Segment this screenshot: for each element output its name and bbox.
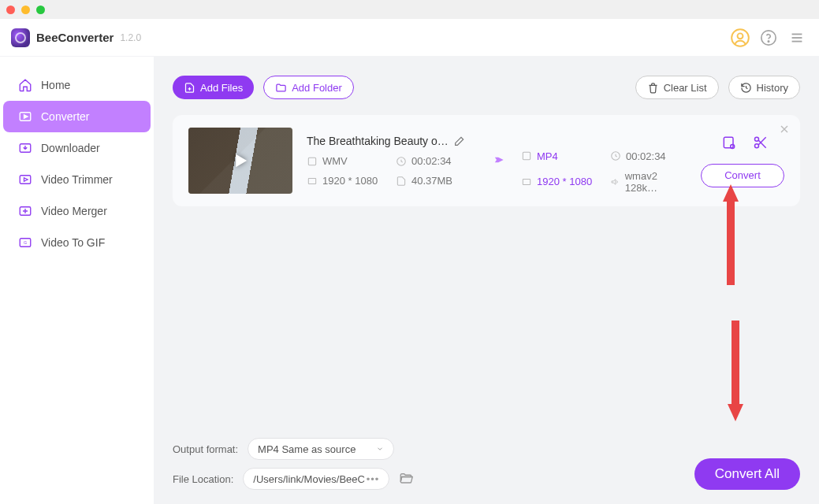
traffic-light-max[interactable] [36, 6, 45, 14]
convert-button[interactable]: Convert [701, 164, 784, 187]
svg-rect-19 [523, 152, 530, 159]
svg-rect-16 [308, 158, 315, 165]
user-icon[interactable] [729, 27, 751, 49]
clear-list-button[interactable]: Clear List [635, 76, 719, 99]
edit-title-icon[interactable] [453, 135, 466, 147]
file-location-field[interactable]: /Users/link/Movies/BeeC ••• [243, 468, 389, 490]
close-card-icon[interactable] [778, 123, 791, 138]
app-header: BeeConverter 1.2.0 [0, 19, 819, 57]
sidebar-item-home[interactable]: Home [3, 69, 151, 101]
file-location-label: File Location: [173, 473, 233, 485]
svg-marker-8 [24, 115, 28, 119]
home-icon [17, 77, 33, 93]
more-icon[interactable]: ••• [367, 473, 380, 485]
src-format: WMV [307, 155, 383, 167]
add-folder-button[interactable]: Add Folder [263, 76, 354, 99]
add-files-button[interactable]: Add Files [173, 76, 254, 99]
sidebar-label: Home [41, 79, 70, 91]
history-label: History [757, 82, 788, 94]
clear-list-label: Clear List [664, 82, 707, 94]
video-thumbnail[interactable] [188, 128, 292, 194]
traffic-light-min[interactable] [21, 6, 30, 14]
output-format-dropdown[interactable]: MP4 Same as source [248, 438, 394, 460]
dest-info: MP4 00:02:34 1920 * 1080 wmav2 128k… [521, 128, 687, 194]
dst-resolution[interactable]: 1920 * 1080 [521, 170, 597, 194]
convert-all-button[interactable]: Convert All [694, 458, 800, 490]
sidebar-label: Video Merger [41, 205, 107, 217]
arrow-icon [486, 150, 507, 172]
output-format-label: Output format: [173, 443, 238, 455]
source-info: The Breathtaking Beauty of N… WMV 00:02:… [307, 135, 472, 187]
svg-point-1 [738, 33, 743, 39]
sidebar-item-converter[interactable]: Converter [3, 101, 151, 132]
sidebar: Home Converter Downloader Video Trimmer … [0, 57, 154, 504]
app-version: 1.2.0 [120, 32, 141, 43]
merger-icon [17, 203, 33, 219]
sidebar-item-merger[interactable]: Video Merger [3, 195, 151, 227]
dst-audio: wmav2 128k… [610, 170, 687, 194]
gif-icon: G [17, 235, 33, 250]
toolbar: Add Files Add Folder Clear List History [173, 76, 800, 99]
annotation-arrow-up [721, 183, 740, 285]
trimmer-icon [17, 172, 33, 187]
scissors-icon[interactable] [753, 135, 769, 153]
sidebar-label: Video To GIF [41, 236, 105, 249]
open-folder-icon[interactable] [399, 471, 413, 487]
src-duration: 00:02:34 [396, 155, 472, 167]
sidebar-item-downloader[interactable]: Downloader [3, 132, 151, 164]
add-files-label: Add Files [200, 82, 243, 94]
traffic-light-close[interactable] [6, 6, 15, 14]
annotation-arrow-down [726, 321, 745, 423]
sidebar-label: Converter [41, 110, 89, 123]
file-card: The Breathtaking Beauty of N… WMV 00:02:… [173, 115, 800, 206]
svg-text:G: G [24, 240, 27, 245]
svg-marker-11 [24, 178, 28, 182]
svg-point-3 [768, 40, 769, 41]
downloader-icon [17, 140, 33, 156]
dst-format[interactable]: MP4 [521, 150, 597, 162]
file-title: The Breathtaking Beauty of N… [307, 135, 449, 147]
svg-rect-18 [308, 178, 315, 183]
svg-point-0 [732, 29, 749, 46]
file-location-value: /Users/link/Movies/BeeC [253, 473, 365, 485]
help-icon[interactable] [758, 27, 780, 49]
svg-point-23 [731, 144, 735, 148]
card-actions: Convert [701, 135, 784, 187]
svg-rect-22 [724, 137, 733, 147]
svg-rect-10 [20, 176, 31, 184]
converter-icon [17, 109, 33, 124]
bottom-bar: Output format: MP4 Same as source File L… [173, 438, 800, 490]
main-panel: Add Files Add Folder Clear List History [154, 57, 819, 504]
settings-icon[interactable] [721, 135, 737, 153]
sidebar-label: Downloader [41, 142, 100, 154]
src-size: 40.37MB [396, 175, 472, 187]
chevron-down-icon [376, 445, 384, 453]
sidebar-label: Video Trimmer [41, 173, 113, 186]
dst-duration: 00:02:34 [610, 150, 687, 162]
convert-label: Convert [724, 169, 761, 181]
sidebar-item-trimmer[interactable]: Video Trimmer [3, 164, 151, 195]
src-resolution: 1920 * 1080 [307, 175, 383, 187]
svg-marker-15 [236, 154, 247, 167]
svg-rect-21 [523, 179, 530, 184]
sidebar-item-gif[interactable]: G Video To GIF [3, 227, 151, 258]
app-name: BeeConverter [36, 31, 114, 44]
window-titlebar [0, 0, 819, 19]
app-logo [11, 28, 30, 47]
convert-all-label: Convert All [715, 466, 780, 482]
add-folder-label: Add Folder [292, 82, 342, 94]
output-format-value: MP4 Same as source [258, 443, 356, 455]
play-icon [188, 128, 292, 194]
menu-icon[interactable] [786, 27, 808, 49]
history-button[interactable]: History [728, 76, 800, 99]
